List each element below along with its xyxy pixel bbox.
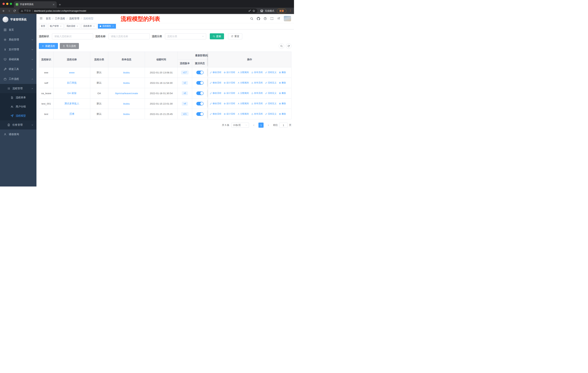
minimize-window-button[interactable]: [6, 3, 8, 5]
active-toggle[interactable]: [196, 102, 204, 105]
reload-icon[interactable]: [13, 10, 16, 12]
model-name-link[interactable]: 滔博: [69, 112, 74, 115]
publish-process-link[interactable]: 发布流程: [251, 102, 263, 105]
active-toggle[interactable]: [196, 71, 204, 74]
forward-icon[interactable]: [8, 10, 10, 12]
font-size-icon[interactable]: [277, 17, 280, 20]
close-icon[interactable]: [112, 25, 114, 27]
sidebar-item-process-form[interactable]: 流程表单: [0, 93, 36, 102]
page-size-select[interactable]: 10条/页: [231, 122, 249, 128]
breadcrumb-item[interactable]: 流程管理: [69, 17, 79, 20]
tag-process-form[interactable]: 流程表单: [81, 24, 97, 29]
goto-page-input[interactable]: [279, 122, 288, 128]
sidebar-item-system-mgmt[interactable]: 系统管理: [0, 35, 36, 45]
create-process-button[interactable]: 新建流程: [39, 43, 58, 49]
category-select[interactable]: 流程分类: [165, 33, 206, 39]
active-toggle[interactable]: [196, 81, 204, 85]
close-window-button[interactable]: [2, 3, 5, 5]
tag-my-process[interactable]: 我的流程: [65, 24, 80, 29]
delete-link[interactable]: 删除: [279, 81, 286, 84]
publish-process-link[interactable]: 发布流程: [251, 81, 263, 84]
sidebar-item-infrastructure[interactable]: 基础设施: [0, 54, 36, 64]
maximize-window-button[interactable]: [10, 3, 12, 5]
address-bar[interactable]: 不安全 dashboard.yudao.iocoder.cn/bpm/manag…: [19, 8, 257, 13]
delete-link[interactable]: 删除: [279, 92, 286, 95]
process-definition-link[interactable]: 流程定义: [265, 92, 276, 95]
design-process-link[interactable]: 设计流程: [224, 102, 235, 105]
publish-process-link[interactable]: 发布流程: [251, 112, 263, 115]
design-process-link[interactable]: 设计流程: [224, 92, 235, 95]
browser-tab[interactable]: 芋道管理系统: [14, 1, 57, 8]
sidebar-item-workflow[interactable]: 工作流程: [0, 74, 36, 84]
search-button[interactable]: 搜索: [210, 33, 224, 39]
edit-process-link[interactable]: 修改流程: [210, 71, 221, 74]
breadcrumb-item[interactable]: 工作流程: [55, 17, 65, 20]
process-id-input[interactable]: [52, 33, 93, 39]
help-icon[interactable]: [263, 17, 267, 20]
model-name-link[interactable]: eeee: [69, 71, 74, 74]
sidebar-item-home[interactable]: 首页: [0, 25, 36, 35]
close-icon[interactable]: [60, 25, 62, 27]
design-process-link[interactable]: 设计流程: [224, 112, 235, 115]
collapse-sidebar-button[interactable]: [39, 17, 43, 20]
prev-page-button[interactable]: [251, 122, 256, 128]
close-icon[interactable]: [93, 25, 95, 27]
model-name-link[interactable]: 测试多审批人: [64, 102, 79, 105]
page-number-button[interactable]: 1: [258, 122, 263, 128]
design-process-link[interactable]: 设计流程: [224, 81, 235, 84]
assign-rule-link[interactable]: 分配规则: [238, 81, 249, 84]
refresh-table-button[interactable]: [286, 43, 292, 49]
tag-home[interactable]: 首页: [39, 24, 47, 29]
back-icon[interactable]: [2, 10, 5, 12]
assign-rule-link[interactable]: 分配规则: [238, 112, 249, 115]
security-indicator[interactable]: 不安全: [21, 9, 31, 12]
active-toggle[interactable]: [196, 91, 204, 95]
github-icon[interactable]: [257, 17, 260, 20]
form-info-link[interactable]: biubiu: [123, 113, 130, 115]
edit-process-link[interactable]: 修改流程: [210, 102, 221, 105]
sidebar-item-process-model[interactable]: 流程模型: [0, 111, 36, 120]
design-process-link[interactable]: 设计流程: [224, 71, 235, 74]
sidebar-item-user-group[interactable]: 用户分组: [0, 102, 36, 111]
form-info-link[interactable]: biubiu: [123, 81, 130, 84]
sidebar-item-payment-mgmt[interactable]: 支付管理: [0, 45, 36, 54]
bookmark-star-icon[interactable]: [252, 10, 255, 12]
process-definition-link[interactable]: 流程定义: [265, 112, 276, 115]
browser-menu-button[interactable]: [289, 9, 292, 13]
publish-process-link[interactable]: 发布流程: [251, 92, 263, 95]
import-process-button[interactable]: 导入流程: [60, 43, 79, 49]
sidebar-logo[interactable]: 芋道管理系统: [0, 14, 36, 25]
tag-tenant-mgmt[interactable]: 租户管理: [48, 24, 64, 29]
breadcrumb-item[interactable]: 首页: [46, 17, 51, 20]
close-tab-icon[interactable]: [52, 3, 55, 6]
model-name-link[interactable]: 自己审批: [67, 81, 77, 84]
update-button[interactable]: 更新: [277, 9, 286, 13]
delete-link[interactable]: 删除: [279, 112, 286, 115]
reset-button[interactable]: 重置: [228, 33, 242, 39]
form-info-link[interactable]: biubiu: [123, 102, 130, 105]
edit-process-link[interactable]: 修改流程: [210, 81, 221, 84]
form-info-link[interactable]: /bpm/oa/leave/create: [115, 92, 138, 95]
sidebar-item-process-mgmt[interactable]: 流程管理: [0, 84, 36, 93]
edit-process-link[interactable]: 修改流程: [210, 112, 221, 115]
sidebar-item-dev-tools[interactable]: 研发工具: [0, 64, 36, 74]
tag-process-model[interactable]: 流程模型: [98, 24, 116, 29]
key-icon[interactable]: [248, 10, 251, 12]
process-name-input[interactable]: [108, 33, 150, 39]
search-icon[interactable]: [250, 17, 253, 20]
publish-process-link[interactable]: 发布流程: [251, 71, 263, 74]
next-page-button[interactable]: [266, 122, 271, 128]
delete-link[interactable]: 删除: [279, 71, 286, 74]
edit-process-link[interactable]: 修改流程: [210, 92, 221, 95]
active-toggle[interactable]: [196, 112, 204, 116]
user-avatar[interactable]: [284, 16, 291, 21]
process-definition-link[interactable]: 流程定义: [265, 102, 276, 105]
assign-rule-link[interactable]: 分配规则: [238, 71, 249, 74]
model-name-link[interactable]: OA 请假: [67, 92, 76, 94]
form-info-link[interactable]: biubiu: [123, 71, 130, 74]
delete-link[interactable]: 删除: [279, 102, 286, 105]
sidebar-item-task-mgmt[interactable]: 任务管理: [0, 120, 36, 130]
process-definition-link[interactable]: 流程定义: [265, 81, 276, 84]
new-tab-button[interactable]: [59, 3, 61, 7]
toggle-search-button[interactable]: [279, 43, 284, 49]
